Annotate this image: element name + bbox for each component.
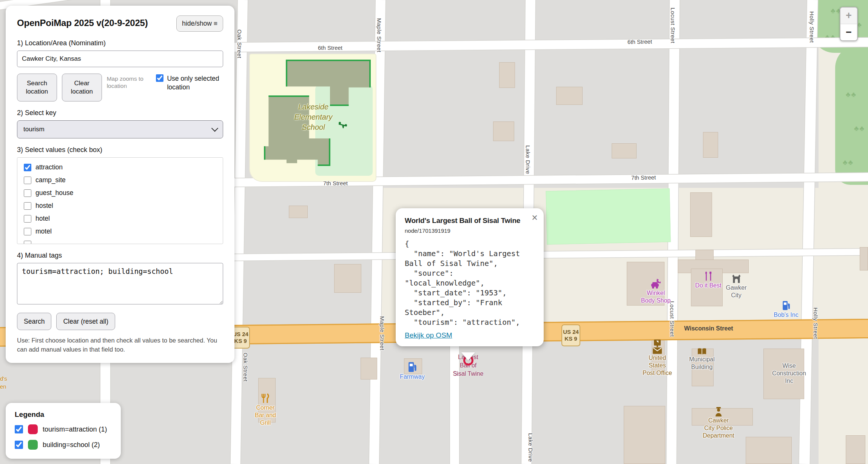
clear-location-button[interactable]: Clear location bbox=[62, 74, 102, 101]
poi-popup: World's Largest Ball of Sisal Twine node… bbox=[396, 208, 544, 346]
street-label-maple: Maple Street bbox=[379, 316, 385, 350]
key-select[interactable]: tourism bbox=[17, 120, 223, 138]
police-officer-icon bbox=[715, 407, 722, 416]
tree-icon: ♣♣ bbox=[846, 91, 857, 99]
poi-playground bbox=[338, 121, 348, 129]
fuel-icon bbox=[408, 361, 417, 373]
zoom-in-button[interactable]: + bbox=[840, 8, 857, 24]
street-label-7th: 7th Street bbox=[631, 174, 656, 181]
street-label-6th: 6th Street bbox=[318, 45, 342, 51]
poi-winkel-body-shop: Winkel Body Shop bbox=[641, 278, 671, 304]
hide-show-button[interactable]: hide/show ≡ bbox=[176, 15, 223, 32]
legend-swatch-attraction bbox=[28, 424, 38, 434]
street-label-lake: Lake Drive bbox=[525, 145, 531, 174]
popup-title: World's Largest Ball of Sisal Twine bbox=[405, 217, 536, 225]
value-checkbox-hostel[interactable] bbox=[24, 202, 31, 210]
street-label-wisconsin: Wisconsin Street bbox=[684, 325, 733, 332]
poi-post-office: United States Post Office bbox=[643, 339, 672, 377]
poi-police: Cawker City Police Department bbox=[703, 407, 734, 439]
search-button[interactable]: Search bbox=[17, 313, 51, 330]
legend-row-school[interactable]: building=school (2) bbox=[15, 440, 112, 450]
value-row-hotel[interactable]: hotel bbox=[24, 215, 223, 223]
value-row-motel[interactable]: motel bbox=[24, 227, 223, 235]
manual-tags-textarea[interactable]: tourism=attraction; building=school bbox=[17, 263, 223, 304]
value-checkbox-partial[interactable] bbox=[24, 241, 31, 244]
values-list: attraction camp_site guest_house hostel … bbox=[17, 157, 223, 244]
poi-municipal-building: Municipal Building bbox=[689, 348, 715, 371]
street-label-holly: Holly Street bbox=[809, 11, 815, 43]
legend-checkbox-school[interactable] bbox=[15, 441, 23, 449]
popup-tail bbox=[461, 352, 475, 361]
building bbox=[612, 143, 637, 158]
street-label-oak: Oak Street bbox=[242, 353, 249, 382]
book-icon bbox=[697, 348, 707, 355]
app-title: OpenPoiMap 2025 v(20-9-2025) bbox=[17, 15, 148, 28]
poi-corner-bar: Corner Bar and Grill bbox=[255, 393, 276, 427]
value-checkbox-guest-house[interactable] bbox=[24, 189, 31, 197]
value-row-guest-house[interactable]: guest_house bbox=[24, 189, 223, 197]
poi-wise-construction: Wise Construction Inc bbox=[772, 362, 806, 385]
fuel-icon bbox=[782, 300, 790, 311]
school-name-label: Lakeside Elementary School bbox=[294, 102, 332, 132]
map-zooms-note: Map zooms to location bbox=[107, 74, 151, 89]
map-zoom-control: + − bbox=[840, 7, 858, 41]
value-row-attraction[interactable]: attraction bbox=[24, 163, 223, 171]
popup-osm-link[interactable]: Bekijk op OSM bbox=[405, 331, 452, 340]
highway-shield-us24: US 24 KS 9 bbox=[561, 324, 580, 346]
building bbox=[361, 358, 377, 379]
building bbox=[746, 437, 792, 464]
section-location-label: 1) Location/Area (Nominatim) bbox=[17, 39, 223, 47]
popup-json-tags: { "name": "World's Largest Ball of Sisal… bbox=[405, 239, 536, 327]
close-icon[interactable]: × bbox=[532, 213, 538, 223]
value-row-hostel[interactable]: hostel bbox=[24, 202, 223, 210]
poi-partial-left-label: d's en bbox=[0, 375, 7, 390]
help-text: Use: First choose location and then chec… bbox=[17, 336, 223, 354]
street-label-6th: 6th Street bbox=[627, 38, 652, 45]
control-panel: OpenPoiMap 2025 v(20-9-2025) hide/show ≡… bbox=[6, 6, 234, 363]
tree-icon: ♣♣ bbox=[854, 124, 865, 133]
building bbox=[690, 192, 712, 237]
zoom-out-button[interactable]: − bbox=[840, 24, 857, 40]
letterbox-icon bbox=[653, 339, 661, 347]
value-checkbox-motel[interactable] bbox=[24, 228, 31, 235]
sports-pitch bbox=[546, 189, 671, 245]
poi-gawker-city: Gawker City bbox=[726, 274, 746, 299]
value-row-camp-site[interactable]: camp_site bbox=[24, 176, 223, 184]
use-only-location-checkbox[interactable] bbox=[156, 74, 163, 82]
poi-do-it-best: Do it Best bbox=[695, 271, 721, 289]
search-location-button[interactable]: Search location bbox=[17, 74, 57, 101]
legend-title: Legenda bbox=[15, 410, 112, 419]
city-gate-icon bbox=[731, 274, 741, 284]
poi-bobs-inc: Bob's Inc bbox=[774, 300, 798, 319]
menu-icon: ≡ bbox=[214, 20, 217, 27]
building bbox=[334, 264, 361, 293]
tree-icon: ♣♣ bbox=[843, 158, 854, 167]
legend-row-attraction[interactable]: tourism=attraction (1) bbox=[15, 424, 112, 434]
restaurant-icon bbox=[261, 393, 270, 404]
street-label-maple: Maple Street bbox=[376, 18, 382, 52]
building bbox=[860, 247, 868, 270]
section-values-label: 3) Select values (check box) bbox=[17, 146, 223, 154]
legend-checkbox-attraction[interactable] bbox=[15, 425, 23, 433]
building bbox=[703, 132, 718, 158]
street-label-7th: 7th Street bbox=[323, 180, 348, 186]
value-checkbox-attraction[interactable] bbox=[24, 164, 31, 171]
use-only-location-option[interactable]: Use only selected location bbox=[156, 74, 223, 92]
section-key-label: 2) Select key bbox=[17, 109, 223, 117]
building bbox=[499, 62, 515, 88]
value-checkbox-camp-site[interactable] bbox=[24, 177, 31, 184]
building bbox=[624, 406, 665, 464]
tools-icon bbox=[703, 271, 713, 281]
section-manual-tags-label: 4) Manual tags bbox=[17, 252, 223, 260]
envelope-icon bbox=[653, 347, 662, 354]
playground-icon bbox=[338, 121, 348, 129]
poi-farmway: Farmway bbox=[400, 361, 425, 381]
location-input[interactable] bbox=[17, 51, 223, 67]
street-label-lake: Lake Drive bbox=[527, 433, 534, 462]
value-row-partial[interactable] bbox=[24, 240, 223, 244]
street-label-locust: Locust Street bbox=[669, 301, 675, 337]
clear-reset-button[interactable]: Clear (reset all) bbox=[56, 313, 115, 330]
value-checkbox-hotel[interactable] bbox=[24, 215, 31, 223]
street-label-holly: Holly Street bbox=[812, 307, 819, 339]
building bbox=[846, 435, 865, 464]
